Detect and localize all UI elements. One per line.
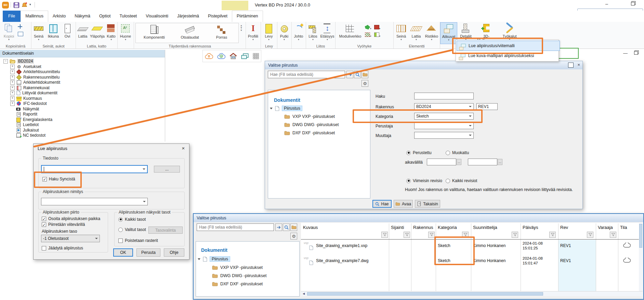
vertical-scrollbar[interactable] <box>639 223 643 291</box>
date-from-input[interactable] <box>427 159 456 165</box>
expand-icon[interactable]: + <box>10 86 15 90</box>
takaisin-button[interactable]: Takaisin <box>415 200 440 208</box>
tab-piirtaminen[interactable]: Piirtäminen <box>232 11 263 22</box>
tree-item-kuormaus[interactable]: + Kuormaus <box>10 96 42 101</box>
tree-item-vxp[interactable]: VXP VXP -piirustukset <box>284 114 335 119</box>
quick-access-dropdown-icon[interactable]: ▾ <box>29 3 31 6</box>
close-icon[interactable]: × <box>178 144 189 153</box>
tree-item-dxf[interactable]: DXF DXF -piirustukset <box>212 282 263 286</box>
tab-optiot[interactable]: Optiot <box>95 11 115 22</box>
tree-item-dwg[interactable]: DWG DWG -piirustukset <box>212 273 266 278</box>
horizontal-scrollbar[interactable]: ◀ <box>301 291 643 296</box>
search-button[interactable] <box>354 71 361 78</box>
tree-item-piirustus[interactable]: Piirustus <box>270 106 302 111</box>
tree-item-energialaskenta[interactable]: Energialaskenta <box>16 117 52 122</box>
filter-funnel-icon[interactable] <box>462 232 469 238</box>
levy-button[interactable]: Levy▾ <box>261 22 277 41</box>
hae-button[interactable]: Hae <box>372 200 392 208</box>
putki-button[interactable]: Putki▾ <box>277 22 291 41</box>
chevron-down-icon[interactable] <box>270 108 273 109</box>
tree-item-arkkitehtidokumentit[interactable]: + Arkkitehtidokumentit <box>10 80 60 85</box>
restore-icon[interactable] <box>568 63 574 68</box>
poistetaan-rasterit-checkbox[interactable]: Poistetaan rasterit <box>118 238 158 243</box>
ovi-button[interactable]: Ovi <box>61 22 74 38</box>
viimeisin-revisio-radio[interactable]: Viimeisin revisio <box>406 178 442 183</box>
tree-item-dxf[interactable]: DXF DXF -piirustukset <box>284 131 335 135</box>
ristikko-button[interactable]: Ristikko▾ <box>424 22 439 41</box>
tree-item-vxp[interactable]: VXP VXP -piirustukset <box>212 265 263 270</box>
scrollbar-thumb[interactable] <box>307 292 543 296</box>
expand-icon[interactable]: + <box>10 75 15 80</box>
filter-funnel-icon[interactable] <box>587 232 593 238</box>
filter-funnel-icon[interactable] <box>610 232 616 238</box>
profiili-button[interactable]: I Profiili▾ <box>246 22 260 41</box>
expand-icon[interactable]: + <box>10 65 15 69</box>
close-icon[interactable]: × <box>577 62 580 67</box>
ikkuna-button[interactable]: Ikkuna <box>46 22 61 38</box>
rakennus-combo[interactable]: BD2024 <box>414 103 474 110</box>
folder-button[interactable] <box>362 71 368 78</box>
johto-button[interactable]: Johto▾ <box>292 22 305 41</box>
date-to-picker-button[interactable]: ... <box>498 159 502 165</box>
search-button[interactable] <box>283 223 290 231</box>
building-zone-icon[interactable] <box>374 25 379 29</box>
search-field[interactable] <box>268 71 345 78</box>
save-icon[interactable] <box>13 2 19 8</box>
muuttaja-combo[interactable] <box>414 132 474 139</box>
expand-icon[interactable]: + <box>10 91 15 95</box>
alikuvat-button[interactable]: Alikuvat▾ <box>440 22 457 44</box>
lattia-button[interactable]: Lattia <box>76 22 90 38</box>
perustettu-radio[interactable]: Perustettu <box>406 150 432 155</box>
tree-item-bd2024[interactable]: − BD2024 <box>3 58 34 64</box>
otsalaudat-button[interactable]: Otsalaudat <box>173 23 207 43</box>
app-logo-icon[interactable]: BD <box>2 2 9 9</box>
jaadyta-checkbox[interactable]: Jäädytä alipiirustus <box>42 246 83 250</box>
filter-funnel-icon[interactable] <box>404 232 410 238</box>
tree-item-asetukset[interactable]: + ⚙ Asetukset <box>10 64 41 69</box>
search-field[interactable] <box>197 223 274 231</box>
valitut-tasot-radio[interactable]: Valitut tasot <box>118 227 146 232</box>
home-view-icon[interactable] <box>229 53 237 59</box>
folder-button[interactable] <box>290 223 297 231</box>
detaljit-button[interactable]: Detaljit▾ <box>457 22 474 41</box>
muokattu-radio[interactable]: Muokattu <box>446 150 469 155</box>
zone-polygon-icon[interactable] <box>365 25 370 29</box>
tree-item-raportit[interactable]: Raportit <box>16 111 37 117</box>
tree-item-arkkitehtisuunnittelu[interactable]: + Arkkitehtisuunnittelu <box>10 69 60 74</box>
tab-visualisointi[interactable]: Visualisointi <box>141 11 173 22</box>
tab-pistepilvet[interactable]: Pistepilvet <box>203 11 232 22</box>
kategoria-combo[interactable]: Sketch <box>414 113 474 120</box>
haku-syncista-checkbox[interactable]: ✓ Haku Syncistä <box>42 177 75 181</box>
checkbox-checked-icon[interactable]: ✓ <box>42 222 46 227</box>
taso-select[interactable]: -1 Oletustasot <box>41 235 100 242</box>
liitos-button[interactable]: Liitos▾ <box>306 22 320 41</box>
scrollbar-thumb[interactable] <box>639 224 642 248</box>
radio-selected-icon[interactable] <box>406 179 411 183</box>
minimize-button[interactable]: – <box>601 0 613 8</box>
checkbox-unchecked-icon[interactable] <box>42 246 46 250</box>
expand-icon[interactable]: + <box>10 96 15 101</box>
menu-item-lue-alipiirustus[interactable]: Lue alipiirustus/viitemalli <box>457 41 560 51</box>
ok-button[interactable]: OK <box>113 248 133 257</box>
avaa-button[interactable]: Avaa <box>394 200 413 208</box>
scroll-left-icon[interactable]: ◀ <box>301 291 306 296</box>
chevron-down-icon[interactable] <box>198 258 200 260</box>
column-header-paivays[interactable]: Päiväys <box>523 225 538 230</box>
column-header-kuvaus[interactable]: Kuvaus <box>303 225 318 230</box>
column-header-kategoria[interactable]: Kategoria <box>438 225 457 230</box>
move-icon[interactable] <box>18 24 22 29</box>
expand-icon[interactable]: + <box>10 70 15 74</box>
viitevari-checkbox[interactable]: ✓ Piirretään viitevärillä <box>42 222 85 227</box>
rev-field[interactable]: REV1 <box>476 103 498 110</box>
column-header-tila[interactable]: Tila <box>620 225 627 230</box>
tree-item-nakymat[interactable]: Näkymät <box>16 106 39 112</box>
doc-restore-button[interactable] <box>634 51 638 56</box>
komponentti-button[interactable]: Komponentti <box>136 23 173 43</box>
porras-button[interactable]: Porras <box>207 23 236 43</box>
expand-icon[interactable]: + <box>10 80 15 85</box>
column-header-suunnittelija[interactable]: Suunnittelija <box>473 225 497 230</box>
scroll-down-icon[interactable]: ▼ <box>240 27 242 29</box>
cloud-sync-ok-icon[interactable] <box>217 53 225 59</box>
tab-file[interactable]: File <box>3 11 21 22</box>
browse-button[interactable]: ... <box>154 166 180 173</box>
